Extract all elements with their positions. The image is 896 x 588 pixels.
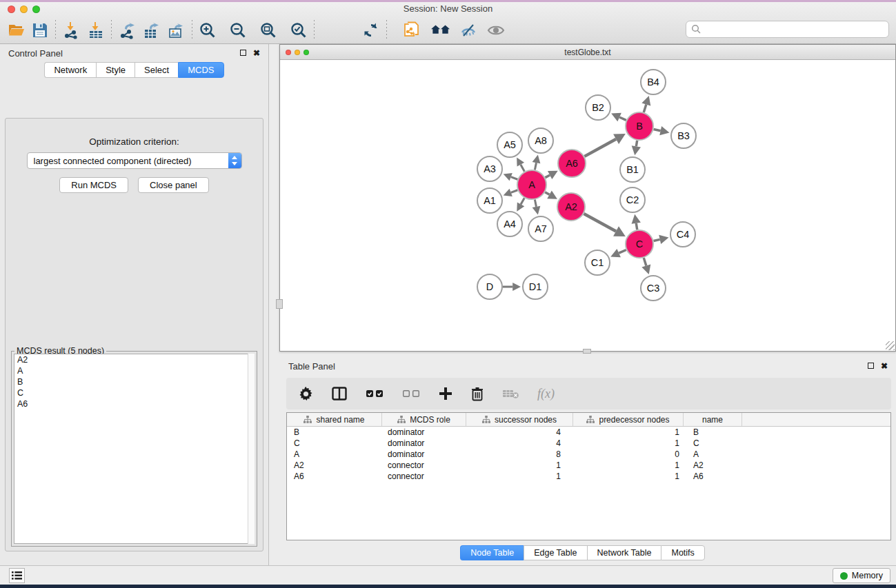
resize-grip-icon[interactable]	[886, 341, 895, 350]
tab-node-table[interactable]: Node Table	[460, 545, 524, 560]
float-table-panel-icon[interactable]	[868, 362, 874, 370]
new-network-icon[interactable]	[402, 21, 421, 40]
node-table[interactable]: shared nameMCDS rolesuccessor nodesprede…	[286, 412, 891, 540]
zoom-window-icon[interactable]	[32, 6, 40, 13]
mcds-result-item[interactable]: A2	[14, 354, 254, 365]
edge-B-B4[interactable]	[644, 105, 646, 112]
edge-C-C4[interactable]	[653, 239, 659, 241]
mcds-result-scrollbar[interactable]	[248, 354, 255, 544]
cell-successor-nodes: 4	[466, 438, 573, 449]
zoom-in-icon[interactable]	[198, 21, 217, 40]
edge-A-A6[interactable]	[545, 175, 550, 178]
edge-B-B3[interactable]	[654, 129, 661, 130]
close-panel-icon[interactable]: ✖	[253, 49, 260, 57]
export-table-icon[interactable]	[142, 21, 161, 40]
reset-view-icon[interactable]	[431, 21, 450, 40]
search-box[interactable]	[686, 21, 889, 38]
add-column-icon[interactable]	[439, 387, 452, 401]
edge-C-C1[interactable]	[619, 250, 626, 253]
columns-icon[interactable]	[332, 387, 347, 401]
table-row[interactable]: Cdominator41C	[287, 438, 890, 449]
zoom-fit-icon[interactable]	[259, 21, 278, 40]
tab-motifs[interactable]: Motifs	[661, 545, 704, 560]
column-header-predecessor-nodes[interactable]: predecessor nodes	[573, 413, 684, 426]
edge-A-A1[interactable]	[511, 190, 518, 193]
column-header-shared-name[interactable]: shared name	[287, 413, 382, 426]
table-row[interactable]: A2connector11A2	[287, 460, 890, 471]
mcds-result-item[interactable]: A	[14, 365, 254, 376]
network-canvas[interactable]: AA2A6BCA1A3A5A8A4A7B1B2B3B4C1C2C3C4DD1	[280, 60, 895, 351]
zoom-out-icon[interactable]	[228, 21, 248, 40]
column-header-MCDS-role[interactable]: MCDS role	[382, 413, 466, 426]
delete-table-icon[interactable]	[502, 388, 519, 399]
save-session-icon[interactable]	[30, 21, 50, 40]
mcds-result-item[interactable]: C	[14, 387, 254, 398]
select-all-icon[interactable]	[366, 389, 384, 398]
network-window-titlebar[interactable]: testGlobe.txt	[280, 45, 895, 60]
apply-layout-icon[interactable]	[361, 21, 381, 40]
cell-name: B	[684, 427, 742, 438]
column-header-label: name	[702, 415, 723, 425]
tab-style[interactable]: Style	[96, 62, 135, 78]
edge-A-A7[interactable]	[535, 200, 536, 207]
edge-C-C2[interactable]	[636, 223, 637, 230]
close-table-panel-icon[interactable]: ✖	[881, 362, 888, 370]
import-network-icon[interactable]	[61, 21, 81, 40]
graph-node-label-C1: C1	[591, 257, 604, 268]
edge-A-A8[interactable]	[535, 163, 536, 170]
edge-A-A4[interactable]	[521, 198, 524, 204]
column-header-successor-nodes[interactable]: successor nodes	[466, 413, 573, 426]
column-header-name[interactable]: name	[684, 413, 742, 426]
gear-icon[interactable]	[299, 387, 313, 401]
search-icon	[691, 24, 701, 34]
export-network-icon[interactable]	[117, 21, 137, 40]
window-chrome: Session: New Session	[0, 2, 896, 44]
table-row[interactable]: Bdominator41B	[287, 427, 890, 438]
show-panels-button[interactable]	[9, 568, 25, 583]
graph-node-label-A7: A7	[535, 223, 547, 234]
mcds-result-list[interactable]: A2ABCA6	[14, 354, 255, 544]
minimize-window-icon[interactable]	[20, 6, 28, 13]
edge-A-A2[interactable]	[545, 192, 549, 195]
search-input[interactable]	[705, 25, 888, 34]
edge-A6-B[interactable]	[584, 139, 616, 156]
cell-shared-name: B	[287, 427, 382, 438]
edge-A-A3[interactable]	[511, 177, 518, 180]
table-row[interactable]: A6connector11A6	[287, 471, 890, 482]
table-panel: Table Panel ✖	[269, 357, 896, 565]
run-mcds-button[interactable]: Run MCDS	[59, 177, 128, 193]
zoom-selected-icon[interactable]	[289, 21, 308, 40]
close-panel-button[interactable]: Close panel	[138, 177, 209, 193]
export-image-icon[interactable]	[167, 21, 186, 40]
show-all-icon[interactable]	[486, 21, 506, 40]
vertical-scroll-thumb[interactable]	[276, 299, 283, 309]
tab-select[interactable]: Select	[135, 62, 178, 78]
criterion-value: largest connected component (directed)	[28, 156, 228, 166]
edge-A-A5[interactable]	[521, 165, 525, 172]
float-panel-icon[interactable]	[240, 49, 246, 57]
edge-C-C3[interactable]	[644, 258, 646, 265]
open-file-icon[interactable]	[7, 21, 26, 40]
control-panel-tabs: NetworkStyleSelectMCDS	[0, 62, 268, 78]
deselect-all-icon[interactable]	[402, 389, 420, 398]
tab-edge-table[interactable]: Edge Table	[524, 545, 586, 560]
tab-mcds[interactable]: MCDS	[178, 62, 223, 78]
mcds-result-item[interactable]: A6	[14, 398, 254, 409]
close-window-icon[interactable]	[8, 6, 15, 13]
zoom-view-icon[interactable]	[303, 50, 309, 55]
minimize-view-icon[interactable]	[295, 50, 300, 55]
edge-B-B1[interactable]	[636, 141, 637, 147]
criterion-dropdown[interactable]: largest connected component (directed)	[27, 152, 242, 169]
edge-A2-C[interactable]	[584, 214, 616, 231]
tab-network[interactable]: Network	[44, 62, 96, 78]
table-row[interactable]: Adominator80A	[287, 449, 890, 460]
edge-B-B2[interactable]	[619, 117, 626, 120]
hide-selected-icon[interactable]	[459, 21, 478, 40]
delete-column-icon[interactable]	[471, 387, 484, 401]
horizontal-scroll-thumb[interactable]	[583, 349, 591, 354]
memory-button[interactable]: Memory	[833, 568, 890, 583]
tab-network-table[interactable]: Network Table	[587, 545, 661, 560]
mcds-result-item[interactable]: B	[14, 376, 254, 387]
close-view-icon[interactable]	[286, 50, 291, 55]
import-table-icon[interactable]	[86, 21, 106, 40]
